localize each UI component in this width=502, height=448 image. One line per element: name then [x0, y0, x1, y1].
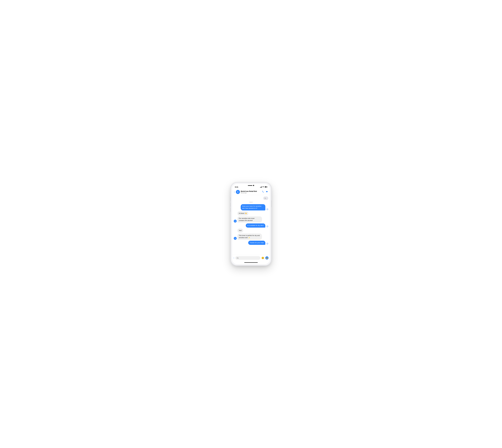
chat-header: ‹ b BotsCrew Retail Bot Messenger [232, 189, 270, 195]
signal-bar-3 [261, 187, 261, 188]
phone-button[interactable] [262, 191, 264, 193]
bot-avatar-msg-2: b [234, 237, 237, 240]
bot-avatar-header: b [236, 190, 240, 194]
bubble-outgoing-1: Does your toner for sensitive skin have … [241, 204, 265, 210]
wifi-icon [262, 186, 264, 188]
status-time: 9:41 [235, 186, 238, 188]
message-input[interactable] [235, 256, 260, 260]
chat-input-bar: › 😊 👍 [232, 255, 270, 261]
message-row-1: Does your toner for sensitive skin have … [234, 204, 268, 210]
phone-screen: 9:41 ‹ [232, 184, 270, 264]
chat-timestamp: 09:40 [234, 202, 268, 203]
notch [244, 184, 258, 187]
svg-point-0 [267, 208, 268, 210]
bot-name: BotsCrew Retail Bot [241, 190, 261, 192]
chat-body: it... 09:40 Does your toner for sensitiv… [232, 195, 270, 255]
emoji-button[interactable]: 😊 [261, 256, 264, 259]
read-receipt-3 [267, 243, 268, 245]
status-bar: 9:41 [232, 184, 270, 189]
messenger-label: Messenger [241, 192, 261, 193]
phone-frame: 9:41 ‹ [231, 183, 271, 265]
message-row-6: b This toner is perfect for dry and sens… [234, 234, 268, 240]
home-bar [244, 262, 258, 263]
signal-bar-4 [262, 187, 262, 188]
status-icons [260, 186, 267, 188]
svg-point-1 [267, 226, 268, 227]
partial-text: it... [265, 197, 267, 199]
bot-initial: b [237, 191, 238, 193]
video-button[interactable] [266, 191, 268, 193]
expand-button[interactable]: › [234, 257, 234, 259]
home-indicator [232, 261, 270, 264]
signal-bar-1 [260, 187, 260, 188]
svg-point-2 [267, 243, 268, 244]
like-button[interactable]: 👍 [265, 256, 268, 259]
bubble-outgoing-3: Thanks for your help! [248, 241, 265, 245]
read-receipt-2 [267, 225, 268, 228]
battery-icon [265, 186, 267, 188]
header-actions [262, 191, 268, 193]
signal-icon [260, 186, 262, 188]
message-row-7: Thanks for your help! [234, 241, 268, 245]
partial-bubble: it... [263, 196, 268, 200]
bubble-incoming-standalone-1: Hi there! 👋 [237, 211, 248, 215]
phone-mockup: 9:41 ‹ [231, 183, 271, 265]
message-row-2: Hi there! 👋 [234, 211, 268, 215]
header-info: BotsCrew Retail Bot Messenger [241, 190, 261, 193]
back-button[interactable]: ‹ [234, 191, 235, 193]
message-row-3: b Our sensitive skin toner contains 0% a… [234, 216, 268, 223]
read-receipt-1 [267, 208, 268, 210]
bubble-outgoing-2: Is it suitable for dry skin? [246, 224, 265, 228]
partial-message-row: it... [234, 196, 268, 200]
like-icon: 👍 [266, 257, 268, 259]
message-row-4: Is it suitable for dry skin? [234, 224, 268, 228]
speaker [248, 185, 252, 186]
message-row-5: Yes! [234, 228, 268, 233]
camera [253, 185, 254, 186]
bubble-incoming-2: This toner is perfect for dry and sensit… [237, 234, 262, 240]
bubble-incoming-standalone-2: Yes! [237, 228, 243, 233]
bot-avatar-msg: b [234, 220, 237, 223]
bubble-incoming-1: Our sensitive skin toner contains 0% alc… [237, 216, 262, 223]
signal-bar-2 [261, 187, 261, 188]
battery-fill [265, 187, 267, 187]
